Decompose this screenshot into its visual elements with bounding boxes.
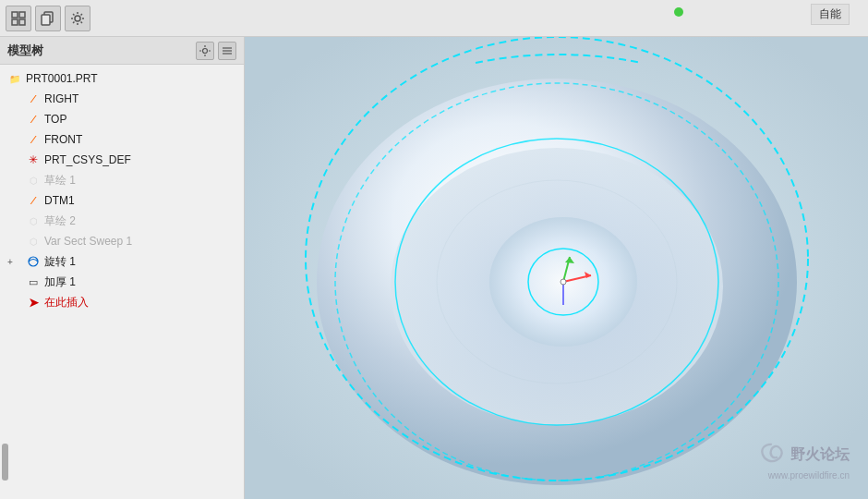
revolve-icon <box>26 254 41 269</box>
3d-scene <box>245 37 868 499</box>
tree-label-sweep: Var Sect Sweep 1 <box>44 235 244 248</box>
svg-rect-1 <box>19 12 25 18</box>
top-toolbar: 自能 <box>0 0 868 37</box>
tree-label-thicken: 加厚 1 <box>44 274 244 290</box>
folder-icon: 📁 <box>7 71 22 86</box>
plane-icon-right: ∕ <box>26 91 41 106</box>
tree-item-sketch1[interactable]: ⬡ 草绘 1 <box>0 170 244 190</box>
panel-header-icons <box>196 42 236 60</box>
3d-viewport[interactable]: 野火论坛 www.proewildfire.cn <box>245 37 868 499</box>
sketch-icon-1: ⬡ <box>26 173 41 188</box>
status-label: 自能 <box>811 4 850 25</box>
tree-label-revolve: 旋转 1 <box>44 254 244 270</box>
copy-button[interactable] <box>35 6 61 31</box>
tree-label-root: PRT0001.PRT <box>26 72 244 85</box>
tree-item-right[interactable]: ∕ RIGHT <box>0 89 244 109</box>
model-tree: 📁 PRT0001.PRT ∕ RIGHT ∕ TOP ∕ FRONT <box>0 65 244 499</box>
tree-item-root[interactable]: 📁 PRT0001.PRT <box>0 68 244 89</box>
sketch-icon-2: ⬡ <box>26 213 41 228</box>
panel-settings-icon[interactable] <box>196 42 214 60</box>
datum-icon: ∕ <box>26 193 41 208</box>
tree-label-sketch1: 草绘 1 <box>44 173 244 189</box>
tree-item-insert[interactable]: ➤ 在此插入 <box>0 292 244 312</box>
tree-item-front[interactable]: ∕ FRONT <box>0 129 244 150</box>
main-area: 模型树 📁 <box>0 37 868 499</box>
tree-label-csys: PRT_CSYS_DEF <box>44 153 244 166</box>
sweep-icon: ⬡ <box>26 234 41 249</box>
tree-item-sweep[interactable]: ⬡ Var Sect Sweep 1 <box>0 231 244 251</box>
svg-point-6 <box>75 16 80 21</box>
tree-item-sketch2[interactable]: ⬡ 草绘 2 <box>0 211 244 231</box>
grid-button[interactable] <box>6 6 31 31</box>
insert-icon: ➤ <box>26 295 41 310</box>
tree-item-thicken[interactable]: ▭ 加厚 1 <box>0 272 244 292</box>
svg-rect-5 <box>42 15 50 25</box>
panel-title: 模型树 <box>7 43 43 59</box>
status-indicator <box>674 7 683 17</box>
plane-icon-top: ∕ <box>26 112 41 127</box>
panel-header: 模型树 <box>0 37 244 65</box>
tree-label-dtm1: DTM1 <box>44 194 244 207</box>
plane-icon-front: ∕ <box>26 132 41 147</box>
svg-point-7 <box>203 48 208 53</box>
settings-button[interactable] <box>65 6 90 31</box>
tree-item-top[interactable]: ∕ TOP <box>0 109 244 129</box>
tree-label-sketch2: 草绘 2 <box>44 213 244 229</box>
tree-item-csys[interactable]: ✳ PRT_CSYS_DEF <box>0 150 244 170</box>
tree-label-top: TOP <box>44 113 244 126</box>
svg-rect-3 <box>19 19 25 25</box>
model-tree-panel: 模型树 📁 <box>0 37 245 499</box>
scrollbar-thumb <box>2 444 8 481</box>
tree-label-front: FRONT <box>44 133 244 146</box>
tree-item-revolve[interactable]: + 旋转 1 <box>0 251 244 272</box>
svg-point-25 <box>561 279 566 285</box>
tree-label-right: RIGHT <box>44 92 244 105</box>
thicken-icon: ▭ <box>26 274 41 289</box>
tree-label-insert: 在此插入 <box>44 295 244 310</box>
csys-icon: ✳ <box>26 152 41 167</box>
svg-point-11 <box>29 257 38 266</box>
panel-menu-icon[interactable] <box>218 42 236 60</box>
svg-rect-2 <box>12 19 18 25</box>
tree-item-dtm1[interactable]: ∕ DTM1 <box>0 190 244 211</box>
svg-rect-0 <box>12 12 18 18</box>
